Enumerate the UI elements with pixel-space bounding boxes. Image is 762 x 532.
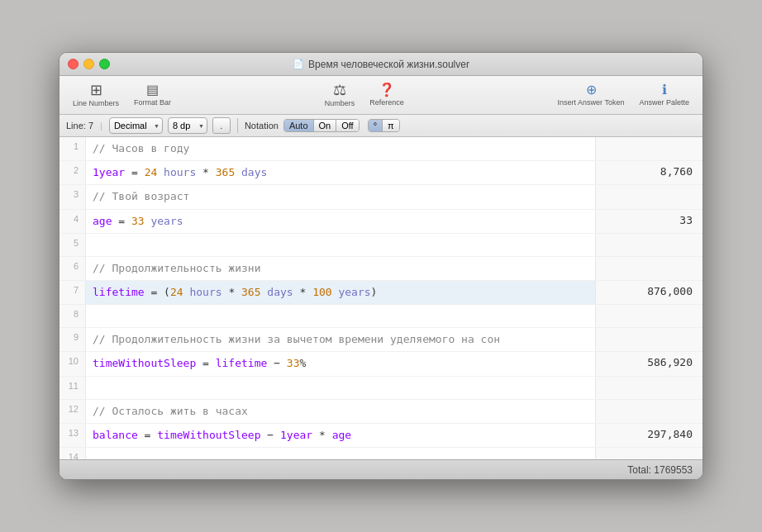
- line-number: 10: [60, 352, 86, 375]
- line-result: [595, 234, 702, 256]
- line-content[interactable]: // Продолжительность жизни за вычетом вр…: [86, 328, 595, 351]
- line-number: 4: [60, 210, 86, 233]
- line-number: 7: [60, 281, 86, 304]
- table-row[interactable]: 1// Часов в году: [60, 137, 702, 161]
- decimal-select[interactable]: Decimal Binary Hex Octal: [109, 117, 163, 134]
- format-bar-button[interactable]: ▤ Format Bar: [127, 80, 178, 110]
- total-value: 1769553: [654, 464, 693, 476]
- line-result: [595, 448, 702, 459]
- line-result: [595, 377, 702, 399]
- decimal-select-wrap[interactable]: Decimal Binary Hex Octal: [109, 117, 163, 134]
- line-number: 2: [60, 161, 86, 184]
- line-content[interactable]: // Продолжительность жизни: [86, 257, 595, 280]
- line-content[interactable]: balance = timeWithoutSleep − 1year * age: [86, 424, 595, 447]
- numbers-button[interactable]: ⚖ Numbers: [318, 79, 362, 111]
- format-bar: Line: 7 | Decimal Binary Hex Octal 8 dp …: [60, 115, 702, 137]
- line-content[interactable]: 1year = 24 hours * 365 days: [86, 161, 595, 184]
- line-numbers-button[interactable]: ⊞ Line Numbers: [66, 79, 126, 111]
- line-result: 586,920: [595, 352, 702, 375]
- numbers-icon: ⚖: [333, 83, 346, 97]
- answer-palette-icon: ℹ: [662, 83, 667, 97]
- line-number: 1: [60, 137, 86, 160]
- minimize-button[interactable]: [83, 59, 94, 69]
- notation-off-button[interactable]: Off: [336, 120, 358, 131]
- file-icon: 📄: [293, 59, 304, 69]
- table-row[interactable]: 4age = 33 years33: [60, 210, 702, 234]
- line-number: 9: [60, 328, 86, 351]
- table-row[interactable]: 21year = 24 hours * 365 days8,760: [60, 161, 702, 185]
- line-number: 14: [60, 448, 86, 459]
- line-result: [595, 305, 702, 327]
- line-number: 3: [60, 185, 86, 208]
- reference-icon: ❓: [379, 83, 395, 97]
- line-number: 11: [60, 377, 86, 399]
- toolbar: ⊞ Line Numbers ▤ Format Bar ⚖ Numbers ❓ …: [60, 76, 702, 115]
- line-result: [595, 185, 702, 208]
- line-result: 33: [595, 210, 702, 233]
- format-bar-icon: ▤: [146, 83, 159, 97]
- line-result: [595, 328, 702, 351]
- total-label: Total:: [627, 464, 651, 476]
- answer-palette-button[interactable]: ℹ Answer Palette: [632, 80, 696, 110]
- line-result: [595, 400, 702, 423]
- editor-area: 1// Часов в году21year = 24 hours * 365 …: [60, 137, 702, 459]
- line-result: [595, 257, 702, 280]
- table-row[interactable]: 12// Осталось жить в часах: [60, 400, 702, 424]
- table-row[interactable]: 14: [60, 448, 702, 459]
- insert-answer-icon: ⊕: [586, 83, 597, 97]
- table-row[interactable]: 3// Твой возраст: [60, 185, 702, 209]
- window-title: 📄 Время человеческой жизни.soulver: [293, 59, 469, 70]
- table-row[interactable]: 5: [60, 234, 702, 257]
- decimal-toggle-button[interactable]: .: [212, 117, 231, 134]
- angle-pi-button[interactable]: π: [383, 120, 399, 131]
- line-number: 8: [60, 305, 86, 327]
- line-content[interactable]: timeWithoutSleep = lifetime − 33%: [86, 352, 595, 375]
- angle-buttons: ° π: [368, 119, 400, 132]
- notation-label: Notation: [245, 121, 279, 131]
- dp-select-wrap[interactable]: 8 dp 2 dp 4 dp: [168, 117, 207, 134]
- notation-buttons: Auto On Off: [283, 119, 360, 132]
- table-row[interactable]: 13balance = timeWithoutSleep − 1year * a…: [60, 424, 702, 448]
- notation-auto-button[interactable]: Auto: [284, 120, 314, 131]
- table-row[interactable]: 7lifetime = (24 hours * 365 days * 100 y…: [60, 281, 702, 305]
- line-indicator: Line: 7: [66, 121, 93, 131]
- app-window: 📄 Время человеческой жизни.soulver ⊞ Lin…: [59, 52, 703, 480]
- line-result: 8,760: [595, 161, 702, 184]
- table-row[interactable]: 10timeWithoutSleep = lifetime − 33%586,9…: [60, 352, 702, 376]
- titlebar: 📄 Время человеческой жизни.soulver: [60, 53, 702, 76]
- line-content[interactable]: lifetime = (24 hours * 365 days * 100 ye…: [86, 281, 595, 304]
- line-number: 5: [60, 234, 86, 256]
- traffic-lights: [68, 59, 110, 69]
- line-content[interactable]: age = 33 years: [86, 210, 595, 233]
- table-row[interactable]: 11: [60, 377, 702, 400]
- close-button[interactable]: [68, 59, 79, 69]
- line-numbers-icon: ⊞: [90, 83, 102, 97]
- line-number: 6: [60, 257, 86, 280]
- line-content[interactable]: [86, 305, 595, 327]
- line-result: [595, 137, 702, 160]
- format-separator: [237, 118, 238, 133]
- line-result: 297,840: [595, 424, 702, 447]
- line-content[interactable]: // Твой возраст: [86, 185, 595, 208]
- line-content[interactable]: // Осталось жить в часах: [86, 400, 595, 423]
- line-content[interactable]: [86, 377, 595, 399]
- dp-select[interactable]: 8 dp 2 dp 4 dp: [168, 117, 207, 134]
- reference-button[interactable]: ❓ Reference: [363, 80, 411, 110]
- line-content[interactable]: [86, 448, 595, 459]
- lines-container[interactable]: 1// Часов в году21year = 24 hours * 365 …: [60, 137, 702, 459]
- insert-answer-token-button[interactable]: ⊕ Insert Answer Token: [551, 80, 631, 110]
- line-number: 12: [60, 400, 86, 423]
- table-row[interactable]: 9// Продолжительность жизни за вычетом в…: [60, 328, 702, 352]
- line-content[interactable]: [86, 234, 595, 256]
- maximize-button[interactable]: [99, 59, 110, 69]
- table-row[interactable]: 6// Продолжительность жизни: [60, 257, 702, 281]
- notation-on-button[interactable]: On: [314, 120, 337, 131]
- table-row[interactable]: 8: [60, 305, 702, 328]
- line-content[interactable]: // Часов в году: [86, 137, 595, 160]
- angle-degrees-button[interactable]: °: [369, 120, 383, 131]
- line-result: 876,000: [595, 281, 702, 304]
- line-number: 13: [60, 424, 86, 447]
- status-bar: Total: 1769553: [60, 459, 702, 479]
